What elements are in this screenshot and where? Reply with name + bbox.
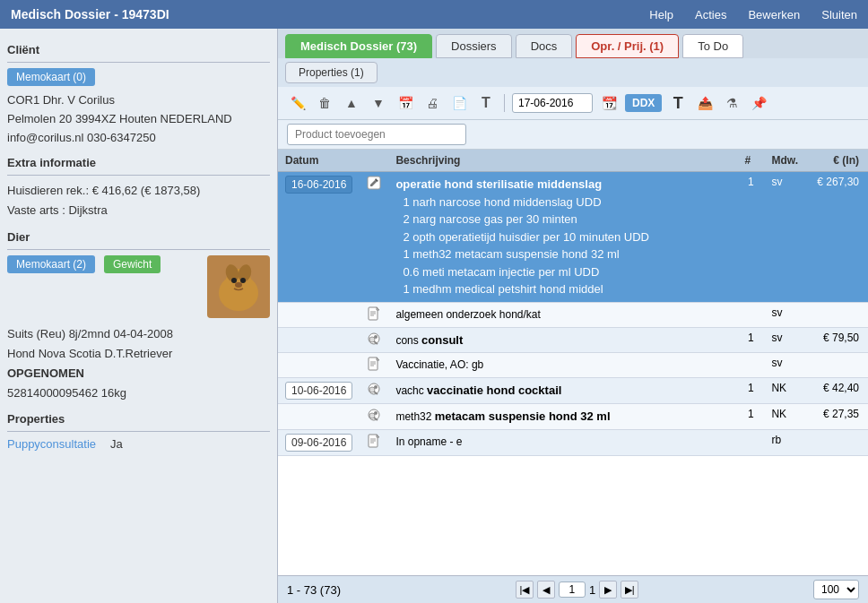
properties-left-title: Properties bbox=[7, 412, 270, 426]
col-beschrijving: Beschrijving bbox=[388, 150, 737, 172]
cell-mdw: sv bbox=[764, 302, 805, 327]
date-badge: 09-06-2016 bbox=[285, 434, 352, 452]
delete-icon[interactable]: 🗑 bbox=[314, 92, 335, 114]
tab-dossiers[interactable]: Dossiers bbox=[436, 34, 512, 58]
tab-opr-prij[interactable]: Opr. / Prij. (1) bbox=[576, 34, 679, 58]
cell-icon[interactable] bbox=[360, 327, 388, 353]
memokaart-dier-button[interactable]: Memokaart (2) bbox=[7, 255, 95, 273]
calendar-icon[interactable]: 📅 bbox=[395, 92, 416, 114]
doc-icon[interactable] bbox=[367, 310, 381, 323]
next-page-btn[interactable]: ▶ bbox=[599, 581, 617, 599]
prop-row-0: Puppyconsultatie Ja bbox=[7, 437, 270, 451]
table-header-row: Datum Beschrijving # Mdw. € (In) bbox=[278, 150, 868, 172]
cell-date bbox=[278, 302, 360, 327]
product-input[interactable] bbox=[287, 124, 466, 145]
cell-price: € 79,50 bbox=[805, 327, 868, 353]
date-input[interactable] bbox=[512, 93, 593, 113]
cell-date bbox=[278, 327, 360, 353]
menu-bewerken[interactable]: Bewerken bbox=[748, 8, 800, 22]
cell-num bbox=[737, 429, 764, 455]
export-icon[interactable]: 📤 bbox=[694, 92, 716, 114]
consult-icon[interactable] bbox=[367, 385, 381, 399]
prop-label-0[interactable]: Puppyconsultatie bbox=[7, 437, 96, 451]
extra-arts: Vaste arts : Dijkstra bbox=[7, 201, 270, 220]
tab-docs[interactable]: Docs bbox=[516, 34, 573, 58]
tabs-row-2: Properties (1) bbox=[278, 58, 868, 87]
cell-description: vachc vaccinatie hond cocktail bbox=[388, 378, 737, 404]
col-num: # bbox=[737, 150, 764, 172]
prev-page-btn[interactable]: ◀ bbox=[537, 581, 555, 599]
tab-properties[interactable]: Properties (1) bbox=[285, 62, 378, 83]
col-price: € (In) bbox=[805, 150, 868, 172]
consult-icon[interactable] bbox=[367, 335, 381, 349]
edit-icon[interactable]: ✏️ bbox=[287, 92, 308, 114]
cell-num: 1 bbox=[737, 378, 764, 404]
extra-section-title: Extra informatie bbox=[7, 156, 270, 169]
doc-icon[interactable] bbox=[367, 360, 381, 374]
flask-icon[interactable]: ⚗ bbox=[721, 92, 742, 114]
toolbar: ✏️ 🗑 ▲ ▼ 📅 🖨 📄 T 📆 DDX T 📤 ⚗ 📌 bbox=[278, 87, 868, 120]
calendar-small-icon[interactable]: 📆 bbox=[598, 92, 620, 114]
cell-description: operatie hond sterilisatie middenslag1 n… bbox=[388, 172, 737, 303]
dier-line2: Hond Nova Scotia D.T.Retriever bbox=[7, 344, 270, 364]
table-row: algemeen onderzoek hond/katsv bbox=[278, 302, 868, 327]
doc-icon[interactable] bbox=[367, 437, 381, 451]
svg-point-15 bbox=[374, 335, 378, 339]
tab-medisch-dossier[interactable]: Medisch Dossier (73) bbox=[285, 34, 432, 58]
cell-num bbox=[737, 353, 764, 378]
cell-icon[interactable] bbox=[360, 404, 388, 430]
consult-icon[interactable] bbox=[367, 411, 381, 425]
dier-line1: Suits (Reu) 8j/2mnd 04-04-2008 bbox=[7, 324, 270, 344]
cell-price bbox=[805, 302, 868, 327]
dier-line4: 52814000095462 16kg bbox=[7, 383, 270, 403]
first-page-btn[interactable]: |◀ bbox=[516, 581, 534, 599]
memokaart-client-button[interactable]: Memokaart (0) bbox=[7, 68, 95, 86]
print-icon[interactable]: 🖨 bbox=[421, 92, 443, 114]
cell-icon[interactable] bbox=[360, 353, 388, 378]
text-icon[interactable]: T bbox=[475, 92, 497, 114]
menu-acties[interactable]: Acties bbox=[695, 8, 726, 22]
pin-icon[interactable]: 📌 bbox=[748, 92, 769, 114]
window-title: Medisch Dossier - 19473DI bbox=[11, 7, 169, 22]
cell-description: In opname - e bbox=[388, 429, 737, 455]
document-icon[interactable]: 📄 bbox=[448, 92, 470, 114]
extra-info: Huisdieren rek.: € 416,62 (€ 1873,58) Va… bbox=[7, 181, 270, 220]
menu-sluiten[interactable]: Sluiten bbox=[821, 8, 857, 22]
svg-point-27 bbox=[374, 411, 378, 415]
per-page-select[interactable]: 100 50 25 bbox=[813, 580, 859, 599]
cell-num: 1 bbox=[737, 404, 764, 430]
cell-mdw: NK bbox=[764, 404, 805, 430]
right-panel: Medisch Dossier (73) Dossiers Docs Opr. … bbox=[278, 29, 868, 603]
gewicht-button[interactable]: Gewicht bbox=[104, 255, 161, 273]
last-page-btn[interactable]: ▶| bbox=[621, 581, 638, 599]
cell-icon[interactable] bbox=[360, 378, 388, 404]
tab-todo[interactable]: To Do bbox=[682, 34, 743, 58]
col-mdw: Mdw. bbox=[764, 150, 805, 172]
cell-icon[interactable] bbox=[360, 302, 388, 327]
current-page-input[interactable] bbox=[559, 581, 586, 598]
cell-price bbox=[805, 353, 868, 378]
cell-price: € 27,35 bbox=[805, 404, 868, 430]
cell-price: € 42,40 bbox=[805, 378, 868, 404]
text-large-icon[interactable]: T bbox=[667, 92, 689, 114]
cell-description: meth32 metacam suspensie hond 32 ml bbox=[388, 404, 737, 430]
cell-num: 1 bbox=[737, 172, 764, 303]
dier-line3: OPGENOMEN bbox=[7, 364, 270, 383]
cell-price bbox=[805, 429, 868, 455]
table-row: 16-06-2016operatie hond sterilisatie mid… bbox=[278, 172, 868, 303]
cell-icon[interactable] bbox=[360, 172, 388, 303]
cell-date: 10-06-2016 bbox=[278, 378, 360, 404]
menu-help[interactable]: Help bbox=[649, 8, 673, 22]
cell-num bbox=[737, 302, 764, 327]
up-icon[interactable]: ▲ bbox=[341, 92, 362, 114]
client-line2: Pelmolen 20 3994XZ Houten NEDERLAND bbox=[7, 110, 270, 129]
client-section-title: Cliënt bbox=[7, 43, 270, 56]
dier-section: Dier Memokaart (2) Gewicht bbox=[7, 230, 270, 403]
ddx-button[interactable]: DDX bbox=[625, 94, 662, 112]
dier-buttons-area: Memokaart (2) Gewicht bbox=[7, 255, 161, 280]
cell-icon[interactable] bbox=[360, 429, 388, 455]
edit-icon[interactable] bbox=[367, 179, 381, 193]
down-icon[interactable]: ▼ bbox=[368, 92, 389, 114]
svg-point-7 bbox=[235, 282, 242, 288]
dier-info: Suits (Reu) 8j/2mnd 04-04-2008 Hond Nova… bbox=[7, 324, 270, 403]
